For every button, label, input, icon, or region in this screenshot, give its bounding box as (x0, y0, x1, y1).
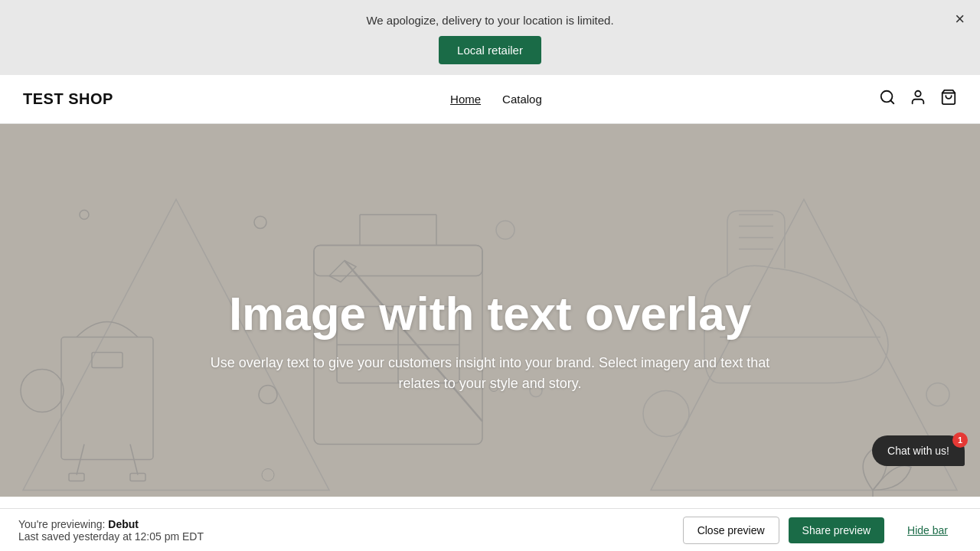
chat-badge: 1 (952, 432, 968, 448)
svg-rect-5 (61, 337, 153, 460)
hide-bar-button[interactable]: Hide bar (893, 517, 962, 543)
preview-last-saved: Last saved yesterday at 12:05 pm EDT (18, 530, 204, 543)
svg-line-1 (890, 100, 893, 103)
announcement-message: We apologize, delivery to your location … (15, 14, 965, 27)
nav-link-catalog[interactable]: Catalog (502, 93, 542, 106)
account-icon[interactable] (910, 89, 926, 109)
announcement-bar: We apologize, delivery to your location … (0, 0, 980, 75)
preview-actions: Close preview Share preview Hide bar (683, 517, 962, 544)
svg-point-37 (262, 469, 274, 481)
svg-point-13 (254, 217, 266, 229)
svg-point-14 (80, 210, 89, 220)
hero-text-overlay: Image with text overlay Use overlay text… (176, 288, 804, 393)
main-nav: Home Catalog (113, 93, 879, 106)
preview-theme-name: Debut (108, 518, 139, 530)
svg-point-32 (643, 391, 689, 437)
hero-subtitle: Use overlay text to give your customers … (191, 353, 789, 394)
preview-prefix: You're previewing: (18, 518, 105, 530)
svg-point-11 (21, 370, 64, 412)
site-header: TEST SHOP Home Catalog (0, 75, 980, 124)
svg-rect-16 (314, 246, 482, 276)
hero-title: Image with text overlay (191, 288, 789, 340)
nav-link-home[interactable]: Home (450, 93, 481, 106)
svg-marker-24 (329, 261, 356, 282)
preview-info: You're previewing: Debut Last saved yest… (18, 518, 683, 543)
svg-point-33 (496, 221, 514, 240)
preview-bar: You're previewing: Debut Last saved yest… (0, 508, 980, 551)
svg-rect-6 (92, 353, 122, 368)
chat-label: Chat with us! (887, 445, 949, 457)
svg-point-31 (926, 383, 949, 406)
site-logo: TEST SHOP (23, 90, 113, 108)
share-preview-button[interactable]: Share preview (789, 517, 885, 543)
close-preview-button[interactable]: Close preview (683, 517, 779, 544)
chat-widget[interactable]: Chat with us! 1 (872, 435, 965, 466)
header-icons (879, 89, 957, 109)
svg-point-2 (915, 91, 920, 96)
search-icon[interactable] (879, 89, 896, 109)
local-retailer-button[interactable]: Local retailer (439, 36, 541, 64)
close-announcement-button[interactable]: × (955, 11, 965, 28)
hero-section: Image with text overlay Use overlay text… (0, 124, 980, 497)
cart-icon[interactable] (940, 89, 957, 109)
